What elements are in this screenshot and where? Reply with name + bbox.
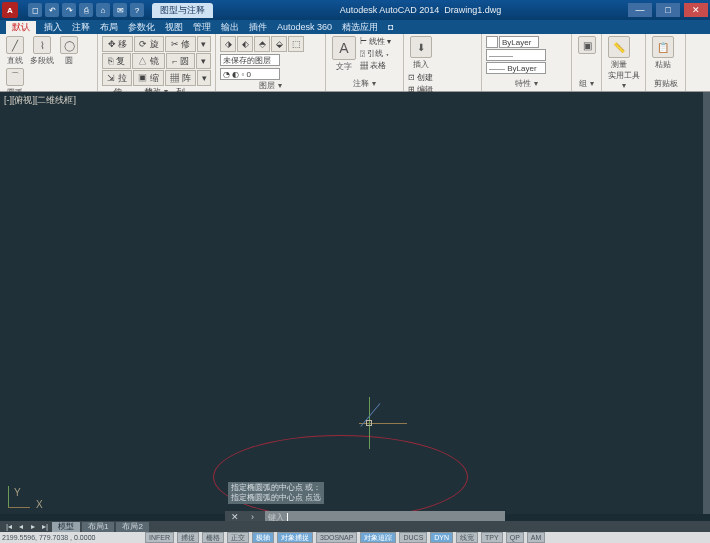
- toggle-dyn[interactable]: DYN: [430, 532, 453, 543]
- panel-properties-label[interactable]: 特性 ▾: [486, 78, 567, 89]
- panel-annotation-label[interactable]: 注释 ▾: [330, 78, 399, 89]
- quick-access-toolbar: ◻ ↶ ↷ ⎙ ⌂ ✉ ?: [28, 3, 144, 17]
- tool-scale[interactable]: ▣ 缩放: [133, 70, 164, 86]
- panel-annotation: A文字 ⊢ 线性 ▾ ⍰ 引线 ▾ ▦ 表格 注释 ▾: [326, 34, 404, 91]
- tab-output[interactable]: 输出: [219, 21, 241, 34]
- panel-draw: ╱直线 ⌇多段线 ◯圆 ⌒圆弧 绘图 ▾: [0, 34, 98, 91]
- layer-current-dropdown[interactable]: ◔ ◐ ▫ 0: [220, 68, 280, 80]
- qat-print-icon[interactable]: ⎙: [79, 3, 93, 17]
- modify-row-1: ✥ 移动 ⟳ 旋转 ✂ 修剪 ▾: [102, 36, 211, 52]
- qat-open-icon[interactable]: ⌂: [96, 3, 110, 17]
- tool-stretch[interactable]: ⇲ 拉伸: [102, 70, 132, 86]
- tab-layout[interactable]: 布局: [98, 21, 120, 34]
- app-icon[interactable]: A: [2, 2, 18, 18]
- tab-view[interactable]: 视图: [163, 21, 185, 34]
- paste-icon: 📋: [652, 36, 674, 58]
- panel-layers-label[interactable]: 图层 ▾: [220, 80, 321, 91]
- tool-array[interactable]: ▦ 阵列: [165, 70, 196, 86]
- tool-rotate[interactable]: ⟳ 旋转: [134, 36, 165, 52]
- toggle-polar[interactable]: 极轴: [252, 532, 274, 543]
- tab-featured[interactable]: 精选应用: [340, 21, 380, 34]
- tab-layout2[interactable]: 布局2: [116, 522, 148, 532]
- tool-paste[interactable]: 📋粘贴: [650, 36, 676, 70]
- tool-mirror[interactable]: △ 镜像: [132, 53, 165, 69]
- tab-nav-first-icon[interactable]: |◂: [4, 522, 14, 531]
- maximize-button[interactable]: □: [656, 3, 680, 17]
- workspace-tab[interactable]: 图型与注释: [152, 3, 213, 18]
- tab-layout1[interactable]: 布局1: [82, 522, 114, 532]
- qat-help-icon[interactable]: ?: [130, 3, 144, 17]
- tab-parametric[interactable]: 参数化: [126, 21, 157, 34]
- tab-a360[interactable]: Autodesk 360: [275, 22, 334, 32]
- toggle-lwt[interactable]: 线宽: [456, 532, 478, 543]
- tool-leader[interactable]: ⍰ 引线 ▾: [360, 48, 391, 59]
- close-button[interactable]: ✕: [684, 3, 708, 17]
- layer-btn2-icon[interactable]: ⬖: [237, 36, 253, 52]
- toggle-otrack[interactable]: 对象追踪: [360, 532, 396, 543]
- toggle-ducs[interactable]: DUCS: [399, 532, 427, 543]
- toggle-3dosnap[interactable]: 3DOSNAP: [316, 532, 357, 543]
- toggle-infer[interactable]: INFER: [145, 532, 174, 543]
- insert-icon: ⬇: [410, 36, 432, 58]
- tool-group[interactable]: ▣: [576, 36, 598, 54]
- qat-redo-icon[interactable]: ↷: [62, 3, 76, 17]
- tool-polyline[interactable]: ⌇多段线: [28, 36, 56, 66]
- toggle-qp[interactable]: QP: [506, 532, 524, 543]
- tool-move[interactable]: ✥ 移动: [102, 36, 133, 52]
- tool-array-drop[interactable]: ▾: [197, 70, 211, 86]
- tab-nav-next-icon[interactable]: ▸: [28, 522, 38, 531]
- lineweight-dropdown[interactable]: —— ByLayer: [486, 62, 546, 74]
- tool-trim[interactable]: ✂ 修剪: [165, 36, 196, 52]
- line-icon: ╱: [6, 36, 24, 54]
- vertical-scrollbar[interactable]: [703, 92, 710, 514]
- tool-circle[interactable]: ◯圆: [58, 36, 80, 66]
- tool-table[interactable]: ▦ 表格: [360, 60, 391, 71]
- tool-copy[interactable]: ⎘ 复制: [102, 53, 131, 69]
- cursor-crosshair: [330, 397, 408, 449]
- panel-properties: ByLayer ——— ByLayer —— ByLayer 特性 ▾: [482, 34, 572, 91]
- qat-undo-icon[interactable]: ↶: [45, 3, 59, 17]
- minimize-button[interactable]: —: [628, 3, 652, 17]
- tool-fillet-drop[interactable]: ▾: [196, 53, 211, 69]
- color-swatch[interactable]: [486, 36, 498, 48]
- tool-trim-drop[interactable]: ▾: [197, 36, 211, 52]
- tab-plugins[interactable]: 插件: [247, 21, 269, 34]
- toggle-am[interactable]: AM: [527, 532, 546, 543]
- tool-fillet[interactable]: ⌐ 圆角: [166, 53, 195, 69]
- qat-new-icon[interactable]: ◻: [28, 3, 42, 17]
- tool-insert[interactable]: ⬇插入: [408, 36, 434, 70]
- layer-state-dropdown[interactable]: 未保存的图层状态: [220, 54, 280, 66]
- panel-layers: ⬗⬖⬘⬙⬚ 未保存的图层状态 ◔ ◐ ▫ 0 图层 ▾: [216, 34, 326, 91]
- ucs-y-label: Y: [14, 487, 21, 498]
- linetype-dropdown[interactable]: ——— ByLayer: [486, 49, 546, 61]
- layer-btn5-icon[interactable]: ⬚: [288, 36, 304, 52]
- tab-default[interactable]: 默认: [6, 21, 36, 34]
- toggle-snap[interactable]: 捕捉: [177, 532, 199, 543]
- tab-extra-icon[interactable]: ◘: [386, 22, 395, 32]
- drawing-viewport[interactable]: [-][俯视][二维线框] 指定椭圆弧的中心点 或： 指定椭圆弧的中心点 点选 …: [0, 92, 703, 514]
- layer-btn1-icon[interactable]: ⬗: [220, 36, 236, 52]
- toggle-grid[interactable]: 栅格: [202, 532, 224, 543]
- tool-linear[interactable]: ⊢ 线性 ▾: [360, 36, 391, 47]
- tab-insert[interactable]: 插入: [42, 21, 64, 34]
- panel-clipboard-label[interactable]: 剪贴板: [650, 78, 681, 89]
- toggle-ortho[interactable]: 正交: [227, 532, 249, 543]
- tab-model[interactable]: 模型: [52, 522, 80, 532]
- panel-groups-label[interactable]: 组 ▾: [576, 78, 597, 89]
- tab-nav-last-icon[interactable]: ▸|: [40, 522, 50, 531]
- tool-line[interactable]: ╱直线: [4, 36, 26, 66]
- toggle-osnap[interactable]: 对象捕捉: [277, 532, 313, 543]
- color-dropdown[interactable]: ByLayer: [499, 36, 539, 48]
- tab-annotate[interactable]: 注释: [70, 21, 92, 34]
- tab-manage[interactable]: 管理: [191, 21, 213, 34]
- panel-utilities-label[interactable]: 实用工具 ▾: [606, 70, 641, 90]
- tool-measure[interactable]: 📏测量: [606, 36, 632, 70]
- layer-btn3-icon[interactable]: ⬘: [254, 36, 270, 52]
- toggle-tpy[interactable]: TPY: [481, 532, 503, 543]
- layer-btn4-icon[interactable]: ⬙: [271, 36, 287, 52]
- tool-text[interactable]: A文字: [330, 36, 358, 72]
- tab-nav-prev-icon[interactable]: ◂: [16, 522, 26, 531]
- viewport-label[interactable]: [-][俯视][二维线框]: [4, 94, 76, 107]
- tool-create-block[interactable]: ⊡ 创建: [408, 72, 456, 83]
- qat-save-icon[interactable]: ✉: [113, 3, 127, 17]
